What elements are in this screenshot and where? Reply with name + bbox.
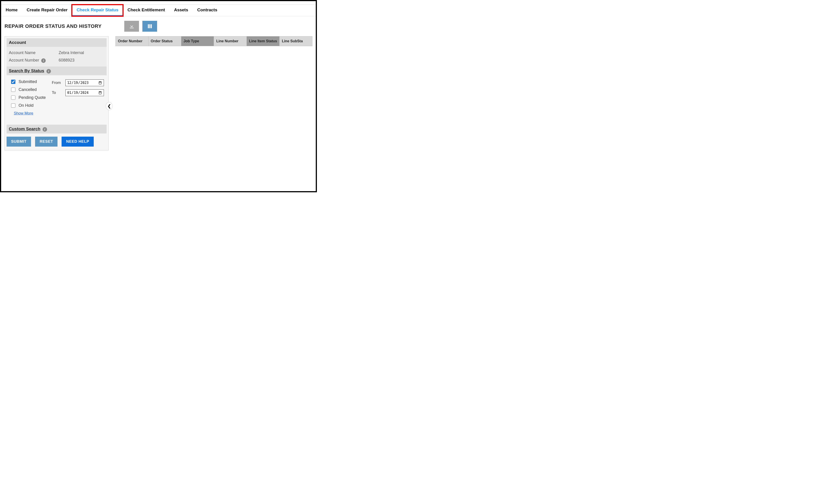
checkbox-label-cancelled: Cancelled [19, 87, 37, 92]
account-number-value: 6088923 [59, 58, 104, 63]
svg-rect-1 [149, 24, 150, 28]
tab-contracts[interactable]: Contracts [193, 5, 222, 16]
from-date-input[interactable] [65, 79, 104, 86]
custom-search-header[interactable]: Custom Search i [7, 125, 107, 133]
tab-check-repair-status[interactable]: Check Repair Status [72, 5, 123, 16]
col-order-number[interactable]: Order Number [116, 36, 148, 46]
nav-tabs: Home Create Repair Order Check Repair St… [1, 5, 316, 16]
results-table: Order Number Order Status Job Type Line … [115, 36, 312, 46]
account-body: Account Name Zebra Internal Account Numb… [7, 47, 107, 67]
page-title: REPAIR ORDER STATUS AND HISTORY [5, 23, 102, 29]
checkbox-submitted[interactable] [11, 80, 15, 84]
col-line-substatus[interactable]: Line SubSta [279, 36, 312, 46]
tab-create-repair-order[interactable]: Create Repair Order [22, 5, 72, 16]
tab-assets[interactable]: Assets [169, 5, 193, 16]
account-number-label: Account Number i [9, 58, 59, 63]
collapse-panel-button[interactable]: ❮ [106, 102, 112, 110]
submit-button[interactable]: SUBMIT [7, 137, 31, 147]
chevron-left-icon: ❮ [107, 104, 111, 109]
col-job-type[interactable]: Job Type [181, 36, 214, 46]
info-icon[interactable]: i [41, 58, 46, 63]
need-help-button[interactable]: NEED HELP [62, 137, 94, 147]
info-icon[interactable]: i [43, 127, 47, 132]
results-area: Order Number Order Status Job Type Line … [115, 36, 312, 150]
col-order-status[interactable]: Order Status [148, 36, 181, 46]
account-header: Account [7, 38, 107, 47]
col-line-number[interactable]: Line Number [214, 36, 247, 46]
search-by-status-header[interactable]: Search By Status i [7, 67, 107, 75]
from-date-label: From [52, 81, 63, 85]
columns-icon [147, 23, 153, 29]
reset-button[interactable]: RESET [35, 137, 57, 147]
account-name-value: Zebra Internal [59, 50, 104, 55]
to-date-label: To [52, 90, 63, 95]
checkbox-label-submitted: Submitted [19, 79, 37, 84]
checkbox-label-pending-quote: Pending Quote [19, 95, 46, 100]
checkbox-pending-quote[interactable] [11, 95, 15, 100]
download-button[interactable] [124, 21, 139, 32]
search-panel: ❮ Account Account Name Zebra Internal Ac… [5, 36, 109, 150]
columns-button[interactable] [142, 21, 157, 32]
svg-rect-2 [151, 24, 152, 28]
to-date-input[interactable] [65, 89, 104, 96]
tab-home[interactable]: Home [1, 5, 22, 16]
tab-check-entitlement[interactable]: Check Entitlement [123, 5, 169, 16]
checkbox-on-hold[interactable] [11, 103, 15, 108]
svg-rect-0 [148, 24, 149, 28]
show-more-link[interactable]: Show More [14, 111, 33, 115]
col-line-item-status[interactable]: Line Item Status [247, 36, 279, 46]
checkbox-cancelled[interactable] [11, 88, 15, 92]
account-name-label: Account Name [9, 50, 59, 55]
checkbox-label-on-hold: On Hold [19, 103, 33, 108]
info-icon[interactable]: i [46, 69, 51, 74]
download-icon [129, 23, 135, 29]
